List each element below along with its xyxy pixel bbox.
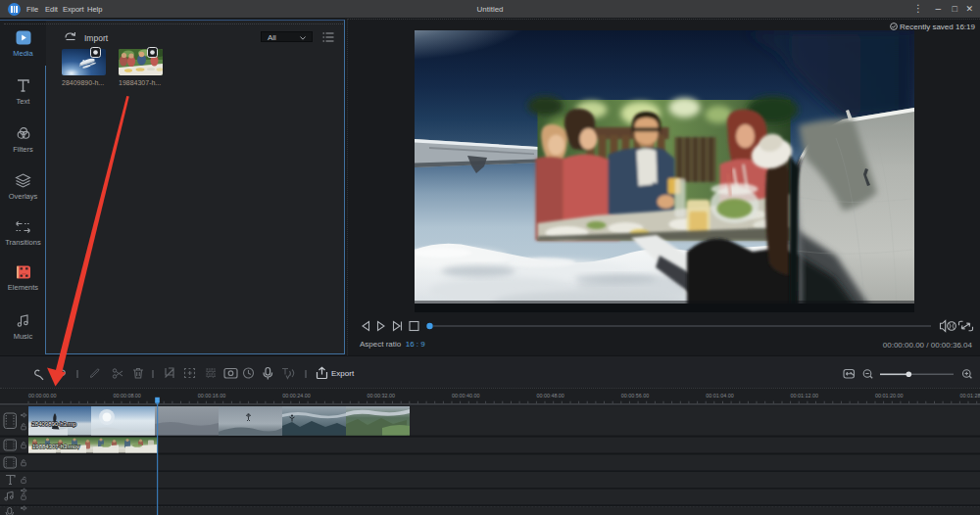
svg-text:00:01:04.00: 00:01:04.00 [706, 393, 733, 398]
svg-text:00:00:32.00: 00:00:32.00 [368, 393, 395, 398]
svg-text:00:00:08.00: 00:00:08.00 [113, 393, 140, 398]
svg-text:00:00:48.00: 00:00:48.00 [536, 393, 564, 398]
svg-text:00:01:20.00: 00:01:20.00 [875, 393, 903, 398]
svg-text:28409890-h3.mp: 28409890-h3.mp [32, 421, 77, 427]
svg-text:00:01:12.00: 00:01:12.00 [791, 393, 818, 398]
svg-text:00:00:24.00: 00:00:24.00 [282, 393, 310, 398]
svg-text:00:00:16.00: 00:00:16.00 [198, 393, 225, 398]
svg-text:00:00:00.00: 00:00:00.00 [28, 393, 56, 398]
svg-text:Export: Export [331, 369, 355, 378]
svg-text:00:00:56.00: 00:00:56.00 [621, 393, 649, 398]
svg-text:19884307-h3.mov: 19884307-h3.mov [32, 444, 79, 449]
svg-text:00:01:28.00: 00:01:28.00 [959, 393, 980, 398]
svg-text:00:00:40.00: 00:00:40.00 [452, 393, 479, 398]
